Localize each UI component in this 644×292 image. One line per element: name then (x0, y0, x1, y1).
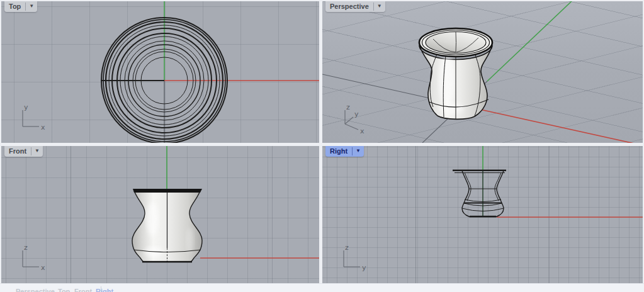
y-axis-line (487, 1, 572, 81)
chevron-down-icon[interactable]: ▼ (26, 1, 37, 12)
vase-object-front-view[interactable] (132, 189, 202, 262)
bottom-tab-separator (101, 286, 101, 292)
chevron-down-icon[interactable]: ▼ (374, 1, 385, 12)
bottom-tab-perspective[interactable]: Perspective (16, 288, 55, 292)
axis-label-x: x (360, 127, 364, 134)
viewport-title-right[interactable]: Right (325, 146, 352, 157)
axis-label-y: y (362, 264, 366, 272)
x-axis-line (480, 110, 643, 143)
vase-object-perspective[interactable] (419, 28, 492, 120)
viewport-title-perspective[interactable]: Perspective (325, 1, 373, 12)
viewport-perspective[interactable]: z y x Perspective ▼ (322, 1, 643, 143)
viewport-right-canvas[interactable] (322, 146, 643, 283)
axis-gizmo-perspective: z y x (337, 104, 370, 134)
axis-label-z: z (346, 104, 350, 111)
viewport-tab-top[interactable]: Top ▼ (4, 1, 37, 12)
viewport-front[interactable]: z x Front ▼ (1, 146, 319, 283)
axis-gizmo-front: z x (16, 244, 49, 274)
bottom-tab-top[interactable]: Top (58, 288, 70, 292)
vase-object-right-view[interactable] (453, 171, 506, 217)
bottom-tab-bar: Perspective Top Front Right (0, 283, 644, 292)
axis-gizmo-right: z y (337, 244, 370, 274)
viewport-right[interactable]: z y Right ▼ (322, 146, 643, 283)
viewport-tab-perspective[interactable]: Perspective ▼ (325, 1, 385, 12)
axis-label-z: z (24, 244, 28, 252)
axis-label-x: x (41, 264, 45, 272)
viewport-title-top[interactable]: Top (4, 1, 25, 12)
vase-rim[interactable] (133, 189, 202, 193)
bottom-tab-right[interactable]: Right (96, 288, 113, 292)
viewport-top[interactable]: y x Top ▼ (1, 1, 319, 143)
modeler-window: y x Top ▼ (0, 0, 644, 292)
viewport-tab-front[interactable]: Front ▼ (4, 146, 43, 157)
viewport-tab-right[interactable]: Right ▼ (325, 146, 364, 157)
axis-label-z: z (345, 244, 349, 252)
axis-gizmo-top: y x (16, 104, 49, 134)
chevron-down-icon[interactable]: ▼ (353, 146, 364, 157)
axis-label-y: y (354, 110, 359, 118)
axis-label-y: y (24, 104, 28, 111)
axis-label-x: x (41, 123, 45, 132)
bottom-tab-front[interactable]: Front (74, 288, 92, 292)
viewport-title-front[interactable]: Front (4, 146, 31, 157)
viewport-perspective-canvas[interactable] (322, 1, 643, 143)
chevron-down-icon[interactable]: ▼ (31, 146, 43, 157)
